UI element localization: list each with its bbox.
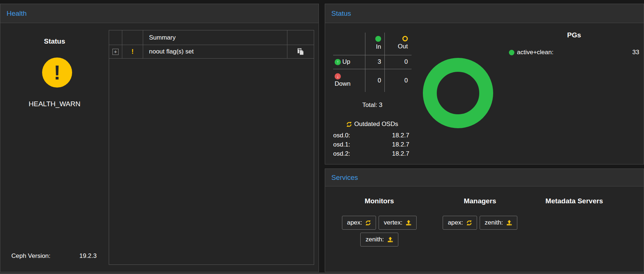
outdated-osd-row: osd.1:18.2.7	[333, 140, 409, 149]
expander-column-header	[109, 30, 122, 45]
services-group-heading: Managers	[429, 196, 531, 206]
service-name: apex:	[448, 219, 463, 226]
warning-icon: !	[131, 48, 134, 56]
upload-icon	[506, 220, 512, 226]
osd-name: osd.2:	[333, 150, 350, 158]
service-button-vertex[interactable]: vertex:	[379, 216, 417, 230]
health-summary-table: Summary !noout flag(s) set	[109, 30, 314, 265]
services-group-managers: Managers apex:zenith:	[429, 186, 531, 272]
outdated-osd-row: osd.0:18.2.7	[333, 131, 409, 140]
upload-icon	[387, 237, 393, 242]
osd-status-table: In Out Up 3 0 Down 0 0	[333, 31, 412, 92]
pgs-legend-label: active+clean:	[517, 49, 554, 56]
service-name: zenith:	[485, 219, 503, 226]
osd-down-out-value: 0	[384, 69, 412, 92]
outdated-osds-title: Outdated OSDs	[333, 121, 412, 128]
osd-out-header-cell: Out	[384, 31, 412, 55]
legend-dot-icon	[509, 50, 514, 55]
pgs-donut-segment	[430, 65, 486, 121]
status-panel-body: In Out Up 3 0 Down 0 0 Total: 3 Outdated…	[325, 23, 644, 164]
pgs-donut-chart	[421, 56, 495, 130]
services-panel: Services Monitors apex:vertex:zenith: Ma…	[325, 169, 644, 272]
summary-column-header[interactable]: Summary	[143, 30, 287, 45]
upload-icon	[406, 220, 412, 226]
services-group-metadata-servers: Metadata Servers	[522, 186, 626, 272]
osd-up-row-label: Up	[333, 55, 365, 69]
health-panel-body: Status HEALTH_WARN Ceph Version: 19.2.3 …	[0, 23, 319, 272]
refresh-icon	[365, 220, 371, 226]
up-arrow-icon	[335, 59, 341, 65]
osd-version: 18.2.7	[392, 141, 409, 148]
service-button-zenith[interactable]: zenith:	[360, 233, 398, 247]
service-button-apex[interactable]: apex:	[443, 216, 477, 230]
service-button-zenith[interactable]: zenith:	[480, 216, 517, 230]
expand-row-icon[interactable]	[112, 49, 119, 55]
severity-column-header	[122, 30, 143, 45]
summary-table-row[interactable]: !noout flag(s) set	[109, 45, 314, 59]
out-column-header: Out	[398, 43, 408, 50]
copy-icon[interactable]	[297, 48, 304, 55]
down-label: Down	[335, 80, 350, 88]
outdated-osds-label: Outdated OSDs	[354, 121, 398, 128]
status-panel-header: Status	[325, 4, 644, 23]
health-panel: Health Status HEALTH_WARN Ceph Version: …	[0, 4, 319, 272]
service-name: zenith:	[365, 236, 384, 243]
up-label: Up	[342, 58, 350, 66]
status-panel: Status In Out Up 3 0 Down	[325, 4, 644, 164]
summary-cell: noout flag(s) set	[143, 45, 287, 58]
in-dot-icon	[375, 36, 381, 42]
osd-name: osd.0:	[333, 132, 350, 139]
services-panel-body: Monitors apex:vertex:zenith: Managers ap…	[325, 186, 644, 272]
health-panel-title: Health	[7, 10, 27, 18]
summary-table-header-row: Summary	[109, 30, 314, 45]
outdated-osd-row: osd.2:18.2.7	[333, 149, 409, 158]
ceph-version-label: Ceph Version:	[11, 252, 51, 260]
services-group-heading: Monitors	[328, 196, 431, 206]
ceph-version-row: Ceph Version: 19.2.3	[11, 252, 97, 260]
window-bottom-edge	[0, 273, 644, 274]
osd-down-in-value: 0	[365, 69, 384, 92]
health-status-value: HEALTH_WARN	[0, 100, 109, 108]
summary-table-rows: !noout flag(s) set	[109, 45, 314, 59]
osd-up-out-value: 0	[384, 55, 412, 69]
services-group-monitors: Monitors apex:vertex:zenith:	[328, 186, 431, 272]
osd-in-header-cell: In	[365, 31, 384, 55]
health-panel-header: Health	[0, 4, 319, 23]
in-column-header: In	[376, 43, 381, 51]
services-group-heading: Metadata Servers	[522, 196, 626, 206]
osd-down-row-label: Down	[333, 69, 365, 92]
outdated-osd-list: osd.0:18.2.7osd.1:18.2.7osd.2:18.2.7	[333, 131, 409, 158]
osd-up-in-value: 3	[365, 55, 384, 69]
services-panel-header: Services	[325, 169, 644, 186]
health-warning-icon	[42, 58, 72, 88]
ceph-version-value: 19.2.3	[79, 252, 97, 260]
actions-column-header	[287, 30, 314, 45]
services-panel-title: Services	[331, 174, 358, 182]
pgs-title: PGs	[509, 31, 639, 39]
service-name: vertex:	[384, 219, 402, 226]
health-status-heading: Status	[0, 37, 109, 45]
refresh-icon	[346, 122, 352, 127]
severity-cell: !	[122, 45, 143, 58]
osd-name: osd.1:	[333, 141, 350, 148]
down-arrow-icon	[335, 73, 341, 79]
pgs-legend-row: active+clean: 33	[509, 49, 639, 56]
osd-version: 18.2.7	[392, 132, 409, 139]
refresh-icon	[466, 220, 472, 226]
osd-total: Total: 3	[333, 101, 412, 109]
osd-version: 18.2.7	[392, 150, 409, 158]
out-ring-icon	[402, 36, 408, 41]
status-panel-title: Status	[331, 10, 351, 18]
service-name: apex:	[347, 219, 362, 226]
service-button-apex[interactable]: apex:	[342, 216, 376, 230]
pgs-legend-value: 33	[632, 49, 639, 56]
